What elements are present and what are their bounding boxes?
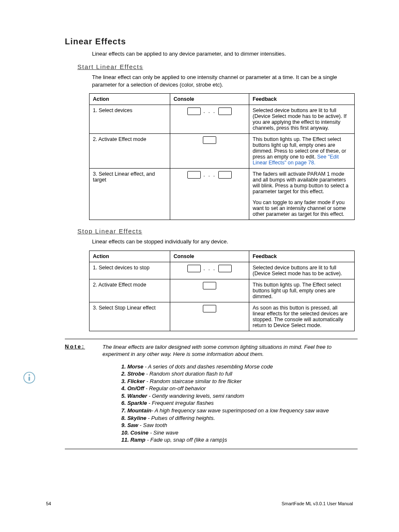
note-block: Note: The linear effects are tailor desi… bbox=[65, 339, 358, 449]
feedback-cell: This button lights up. The Effect select… bbox=[249, 134, 355, 169]
console-button-icon bbox=[187, 171, 201, 179]
col-feedback: Feedback bbox=[249, 251, 355, 262]
feedback-cell: Selected device buttons are lit to full … bbox=[249, 262, 355, 279]
list-item: 6. Sparkle - Frequent irregular flashes bbox=[121, 399, 358, 407]
console-button-icon bbox=[187, 107, 201, 115]
console-cell: . . . bbox=[170, 169, 249, 220]
console-cell bbox=[170, 302, 249, 331]
list-item: 1. Morse - A series of dots and dashes r… bbox=[121, 363, 358, 371]
action-cell: 1. Select devices bbox=[90, 105, 170, 134]
list-item: 3. Flicker - Random staircase similar to… bbox=[121, 378, 358, 385]
table-header-row: Action Console Feedback bbox=[90, 251, 355, 262]
console-cell: . . . bbox=[170, 105, 249, 134]
action-cell: 2. Activate Effect mode bbox=[90, 134, 170, 169]
table-row: 2. Activate Effect mode This button ligh… bbox=[90, 279, 355, 302]
col-console: Console bbox=[170, 94, 249, 105]
action-cell: 3. Select Stop Linear effect bbox=[90, 302, 170, 331]
console-cell: . . . bbox=[170, 262, 249, 279]
list-item: 10. Cosine - Sine wave bbox=[121, 429, 358, 437]
page-number: 54 bbox=[46, 501, 51, 506]
list-item: 11. Ramp - Fade up, snap off (like a ram… bbox=[121, 436, 358, 444]
effects-list: 1. Morse - A series of dots and dashes r… bbox=[121, 363, 358, 444]
note-text: The linear effects are tailor designed w… bbox=[102, 343, 358, 358]
ellipsis-icon: . . . bbox=[203, 108, 215, 115]
svg-rect-2 bbox=[28, 376, 30, 381]
start-heading: Start Linear Effects bbox=[77, 63, 353, 70]
console-button-icon bbox=[218, 171, 232, 179]
page-footer: 54 SmartFade ML v3.0.1 User Manual bbox=[46, 501, 353, 506]
list-item: 8. Skyline - Pulses of differing heights… bbox=[121, 414, 358, 422]
col-feedback: Feedback bbox=[249, 94, 355, 105]
stop-table: Action Console Feedback 1. Select device… bbox=[89, 251, 355, 331]
svg-point-1 bbox=[28, 374, 30, 376]
table-row: 3. Select Linear effect, and target . . … bbox=[90, 169, 355, 220]
console-button-icon bbox=[203, 136, 216, 144]
list-item: 7. Mountain- A high frequency saw wave s… bbox=[121, 407, 358, 414]
console-button-icon bbox=[218, 265, 232, 272]
col-action: Action bbox=[90, 251, 170, 262]
feedback-cell: The faders will activate PARAM 1 mode an… bbox=[249, 169, 355, 220]
feedback-cell: Selected device buttons are lit to full … bbox=[249, 105, 355, 134]
start-table: Action Console Feedback 1. Select device… bbox=[89, 93, 355, 220]
table-row: 1. Select devices to stop . . . Selected… bbox=[90, 262, 355, 279]
ellipsis-icon: . . . bbox=[203, 171, 215, 178]
console-button-icon bbox=[203, 305, 216, 312]
console-cell bbox=[170, 279, 249, 302]
console-button-icon bbox=[218, 107, 232, 115]
stop-para: Linear effects can be stopped individual… bbox=[92, 238, 353, 246]
ellipsis-icon: . . . bbox=[203, 265, 215, 272]
table-header-row: Action Console Feedback bbox=[90, 94, 355, 105]
table-row: 1. Select devices . . . Selected device … bbox=[90, 105, 355, 134]
list-item: 5. Wander - Gently wandering levels, sem… bbox=[121, 392, 358, 400]
page-title: Linear Effects bbox=[65, 37, 353, 46]
console-cell bbox=[170, 134, 249, 169]
action-cell: 3. Select Linear effect, and target bbox=[90, 169, 170, 220]
start-para: The linear effect can only be applied to… bbox=[92, 74, 353, 88]
list-item: 4. On/Off - Regular on-off behavior bbox=[121, 385, 358, 392]
console-button-icon bbox=[203, 282, 216, 289]
action-cell: 1. Select devices to stop bbox=[90, 262, 170, 279]
table-row: 2. Activate Effect mode This button ligh… bbox=[90, 134, 355, 169]
action-cell: 2. Activate Effect mode bbox=[90, 279, 170, 302]
table-row: 3. Select Stop Linear effect As soon as … bbox=[90, 302, 355, 331]
stop-heading: Stop Linear Effects bbox=[77, 228, 353, 235]
col-console: Console bbox=[170, 251, 249, 262]
list-item: 9. Saw - Saw tooth bbox=[121, 422, 358, 429]
feedback-cell: This button lights up. The Effect select… bbox=[249, 279, 355, 302]
feedback-cell: As soon as this button is pressed, all l… bbox=[249, 302, 355, 331]
note-label: Note: bbox=[65, 343, 102, 350]
list-item: 2. Strobe - Random short duration flash … bbox=[121, 370, 358, 378]
intro-text: Linear effects can be applied to any dev… bbox=[92, 51, 353, 57]
console-button-icon bbox=[187, 265, 201, 272]
col-action: Action bbox=[90, 94, 170, 105]
info-icon bbox=[23, 371, 36, 385]
doc-title: SmartFade ML v3.0.1 User Manual bbox=[281, 501, 353, 506]
